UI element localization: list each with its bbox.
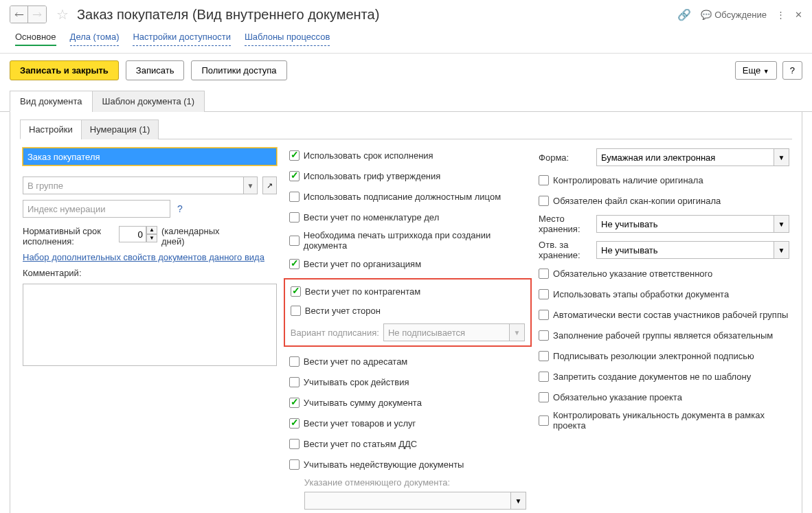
- chk-inactive-docs[interactable]: [289, 459, 300, 470]
- form-label: Форма:: [539, 152, 589, 163]
- chk-workgroup-required[interactable]: [539, 330, 549, 341]
- sign-variant-select: [383, 323, 510, 341]
- comment-textarea[interactable]: [23, 284, 277, 366]
- tab-main[interactable]: Основное: [15, 32, 56, 46]
- spinner-down-button[interactable]: ▼: [146, 234, 157, 242]
- discussion-link[interactable]: 💬 Обсуждение: [701, 10, 767, 20]
- chk-responsible-required[interactable]: [539, 269, 549, 279]
- norm-term-unit: (календарных дней): [161, 226, 223, 247]
- cancel-doc-dropdown-button[interactable]: ▼: [511, 492, 526, 510]
- spinner-up-button[interactable]: ▲: [146, 226, 157, 234]
- chk-by-parties[interactable]: [291, 306, 301, 316]
- chk-scan-required[interactable]: [539, 196, 549, 206]
- sign-variant-dropdown-button: ▼: [510, 323, 525, 341]
- chk-use-signing[interactable]: [289, 192, 300, 202]
- chk-use-deadline[interactable]: [289, 150, 300, 161]
- subtab-numbering[interactable]: Нумерация (1): [81, 119, 159, 139]
- tab-process-templates[interactable]: Шаблоны процессов: [245, 32, 330, 46]
- norm-term-input[interactable]: [119, 226, 146, 242]
- group-open-button[interactable]: ↗: [262, 176, 277, 194]
- help-icon[interactable]: ?: [177, 203, 183, 214]
- nav-back-button[interactable]: 🡐: [10, 6, 28, 23]
- chk-use-stages[interactable]: [539, 289, 549, 299]
- chk-unique-in-project[interactable]: [539, 415, 549, 426]
- chk-auto-workgroup[interactable]: [539, 310, 549, 320]
- resp-storage-label: Отв. за хранение:: [539, 240, 589, 260]
- more-button[interactable]: Еще ▼: [735, 61, 777, 80]
- group-dropdown-button[interactable]: ▼: [244, 176, 258, 194]
- tab-document-kind[interactable]: Вид документа: [10, 91, 93, 112]
- chk-forbid-no-template[interactable]: [539, 372, 549, 382]
- additional-props-link[interactable]: Набор дополнительных свойств документов …: [23, 252, 277, 262]
- chevron-down-icon: ▼: [763, 68, 769, 75]
- sign-variant-label: Вариант подписания:: [291, 328, 379, 338]
- chk-control-original[interactable]: [539, 175, 549, 185]
- group-input[interactable]: [23, 176, 244, 194]
- chk-validity[interactable]: [289, 377, 300, 387]
- help-button[interactable]: ?: [782, 61, 802, 80]
- chk-use-stamp[interactable]: [289, 171, 300, 181]
- chk-by-contragent[interactable]: [291, 286, 301, 297]
- menu-dots-icon[interactable]: ⋮: [776, 10, 785, 20]
- link-icon[interactable]: 🔗: [677, 8, 691, 21]
- chk-sign-resolutions[interactable]: [539, 351, 549, 361]
- storage-dropdown-button[interactable]: ▼: [774, 215, 789, 233]
- resp-storage-select[interactable]: [596, 241, 774, 259]
- cancel-doc-label: Указание отменяющего документа:: [304, 477, 526, 488]
- chk-goods[interactable]: [289, 418, 300, 429]
- storage-select[interactable]: [596, 215, 774, 233]
- comment-label: Комментарий:: [23, 268, 277, 278]
- chk-by-org[interactable]: [289, 259, 300, 269]
- chk-dds[interactable]: [289, 439, 300, 449]
- nav-forward-button[interactable]: 🡒: [28, 6, 46, 23]
- chk-nomenclature[interactable]: [289, 212, 300, 223]
- chk-project-required[interactable]: [539, 392, 549, 402]
- name-selected-text: Заказ покупателя: [25, 150, 103, 164]
- save-button[interactable]: Записать: [126, 60, 185, 80]
- norm-term-label: Нормативный срок исполнения:: [23, 226, 112, 247]
- subtab-settings[interactable]: Настройки: [20, 119, 82, 139]
- resp-storage-dropdown-button[interactable]: ▼: [774, 241, 789, 259]
- form-select[interactable]: [596, 148, 774, 166]
- form-dropdown-button[interactable]: ▼: [774, 148, 789, 166]
- numbering-index-input[interactable]: [23, 200, 170, 218]
- storage-label: Место хранения:: [539, 214, 589, 234]
- chat-icon: 💬: [701, 10, 712, 20]
- favorite-star-icon[interactable]: ☆: [56, 6, 69, 23]
- close-icon[interactable]: ✕: [795, 10, 802, 20]
- tab-cases[interactable]: Дела (тома): [70, 32, 120, 46]
- page-title: Заказ покупателя (Вид внутреннего докуме…: [77, 7, 379, 23]
- access-policies-button[interactable]: Политики доступа: [191, 60, 286, 80]
- save-and-close-button[interactable]: Записать и закрыть: [10, 60, 119, 80]
- chk-barcode[interactable]: [289, 236, 300, 246]
- chk-by-addressee[interactable]: [289, 356, 300, 367]
- chk-amount[interactable]: [289, 398, 300, 408]
- tab-access-settings[interactable]: Настройки доступности: [133, 32, 230, 46]
- cancel-doc-select[interactable]: [304, 492, 511, 510]
- tab-document-template[interactable]: Шаблон документа (1): [92, 91, 205, 112]
